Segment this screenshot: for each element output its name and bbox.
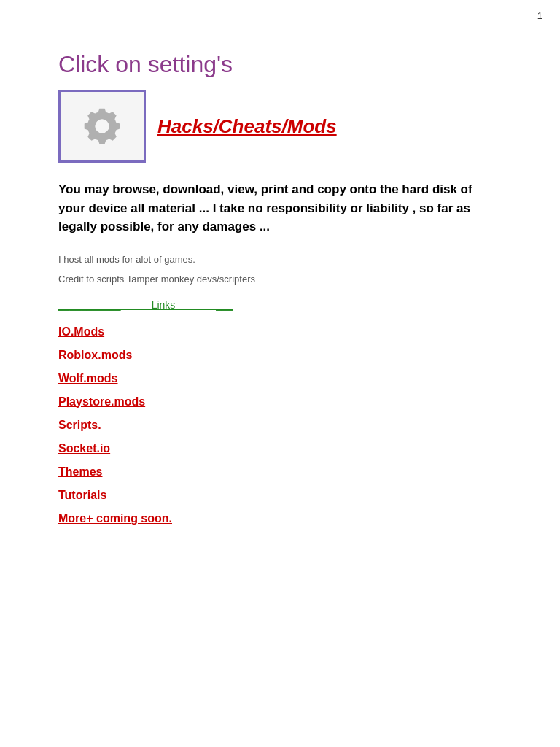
nav-link-tutorials[interactable]: Tutorials	[58, 489, 502, 502]
nav-link-roblox-mods[interactable]: Roblox.mods	[58, 349, 502, 362]
gear-box	[58, 90, 146, 163]
settings-section: Hacks/Cheats/Mods	[58, 90, 502, 163]
nav-link-more-coming-soon[interactable]: More+ coming soon.	[58, 512, 502, 525]
nav-link-socket-io[interactable]: Socket.io	[58, 442, 502, 455]
host-text: I host all mods for alot of games.	[58, 254, 502, 265]
disclaimer-text: You may browse, download, view, print an…	[58, 180, 502, 236]
gear-icon	[82, 107, 122, 146]
nav-links: IO.ModsRoblox.modsWolf.modsPlaystore.mod…	[58, 325, 502, 525]
nav-link-themes[interactable]: Themes	[58, 465, 502, 479]
nav-link-playstore-mods[interactable]: Playstore.mods	[58, 395, 502, 409]
page-title: Click on setting's	[58, 51, 502, 78]
page-number: 1	[537, 10, 542, 21]
nav-link-io-mods[interactable]: IO.Mods	[58, 325, 502, 338]
nav-link-scripts[interactable]: Scripts.	[58, 419, 502, 432]
hacks-cheats-mods-link[interactable]: Hacks/Cheats/Mods	[158, 115, 337, 138]
credit-text: Credit to scripts Tamper monkey devs/scr…	[58, 274, 502, 285]
links-divider: ___________———Links————___	[58, 299, 502, 311]
nav-link-wolf-mods[interactable]: Wolf.mods	[58, 372, 502, 385]
